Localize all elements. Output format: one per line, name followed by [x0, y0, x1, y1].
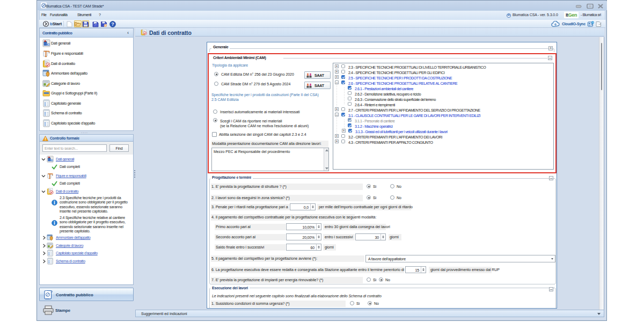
- svg-text:?: ?: [111, 21, 114, 27]
